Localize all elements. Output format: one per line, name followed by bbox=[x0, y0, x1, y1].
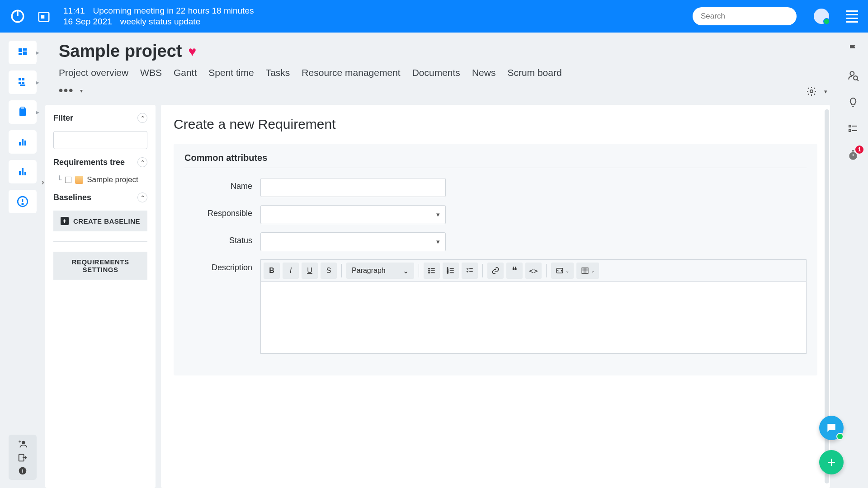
name-input[interactable] bbox=[260, 178, 446, 197]
svg-point-34 bbox=[429, 272, 429, 273]
filter-input[interactable] bbox=[53, 131, 147, 149]
avatar[interactable] bbox=[814, 9, 829, 24]
project-icon bbox=[75, 176, 83, 184]
editor-toolbar: B I U S Paragraph ⌄ bbox=[260, 259, 807, 282]
underline-button[interactable]: U bbox=[302, 263, 318, 279]
expand-rail-icon[interactable]: › bbox=[41, 177, 44, 187]
requirements-settings-button[interactable]: REQUIREMENTS SETTINGS bbox=[53, 252, 147, 280]
plus-icon: + bbox=[61, 217, 69, 225]
info-icon[interactable]: i bbox=[18, 466, 27, 475]
tree-root-item[interactable]: └ Sample project bbox=[53, 175, 147, 184]
bold-button[interactable]: B bbox=[264, 263, 280, 279]
bullet-list-button[interactable] bbox=[424, 263, 440, 279]
menu-icon[interactable] bbox=[846, 10, 858, 23]
find-user-icon[interactable] bbox=[847, 70, 859, 81]
svg-rect-10 bbox=[19, 82, 21, 84]
power-icon[interactable] bbox=[10, 9, 25, 24]
baselines-heading: Baselines bbox=[53, 193, 91, 202]
tab-resource[interactable]: Resource management bbox=[302, 67, 400, 78]
logout-icon[interactable] bbox=[18, 453, 28, 463]
topbar: 11:41 Upcoming meeting in 22 hours 18 mi… bbox=[0, 0, 868, 33]
rail-alert[interactable] bbox=[9, 190, 37, 213]
number-list-button[interactable]: 123 bbox=[443, 263, 459, 279]
chat-fab[interactable] bbox=[819, 416, 844, 440]
quote-button[interactable]: ❝ bbox=[506, 263, 523, 279]
tab-scrum[interactable]: Scrum board bbox=[507, 67, 561, 78]
paragraph-label: Paragraph bbox=[352, 267, 386, 275]
search-box[interactable] bbox=[693, 7, 797, 25]
favorite-icon[interactable]: ♥ bbox=[188, 44, 196, 59]
left-rail: ▸ ▸ ▸ › + i bbox=[0, 33, 45, 488]
svg-rect-57 bbox=[852, 150, 854, 151]
svg-point-49 bbox=[850, 71, 854, 75]
gear-icon[interactable] bbox=[806, 86, 817, 97]
svg-point-32 bbox=[429, 270, 429, 271]
tab-documents[interactable]: Documents bbox=[412, 67, 460, 78]
collapse-baselines-icon[interactable]: ⌃ bbox=[137, 192, 147, 202]
svg-rect-5 bbox=[23, 48, 27, 51]
tab-news[interactable]: News bbox=[472, 67, 496, 78]
current-date: 16 Sep 2021 bbox=[63, 16, 112, 27]
code-button[interactable]: <> bbox=[525, 263, 542, 279]
svg-point-29 bbox=[810, 90, 813, 93]
svg-rect-17 bbox=[24, 141, 26, 145]
svg-text:3: 3 bbox=[447, 271, 448, 274]
tab-tasks[interactable]: Tasks bbox=[266, 67, 290, 78]
link-button[interactable] bbox=[487, 263, 504, 279]
svg-point-23 bbox=[22, 203, 24, 205]
search-input[interactable] bbox=[701, 12, 788, 21]
svg-rect-14 bbox=[21, 107, 24, 109]
tab-overview[interactable]: Project overview bbox=[59, 67, 128, 78]
svg-rect-12 bbox=[20, 84, 25, 86]
status-select[interactable]: ▾ bbox=[260, 232, 446, 251]
add-user-icon[interactable]: + bbox=[18, 439, 28, 449]
calendar-icon[interactable] bbox=[37, 9, 51, 23]
more-menu[interactable]: ••• bbox=[59, 84, 74, 98]
add-fab[interactable]: + bbox=[819, 450, 844, 474]
tasks-icon[interactable] bbox=[848, 123, 859, 134]
paragraph-select[interactable]: Paragraph ⌄ bbox=[346, 263, 414, 279]
content-card: Create a new Requirement Common attribut… bbox=[161, 105, 830, 488]
italic-button[interactable]: I bbox=[283, 263, 299, 279]
rail-bar-chart-2[interactable] bbox=[9, 160, 37, 183]
flag-icon[interactable] bbox=[848, 43, 859, 54]
svg-rect-54 bbox=[849, 130, 851, 131]
svg-rect-4 bbox=[19, 48, 22, 52]
svg-point-24 bbox=[22, 441, 25, 444]
create-baseline-button[interactable]: + CREATE BASELINE bbox=[53, 211, 147, 231]
rail-bar-chart[interactable] bbox=[9, 130, 37, 154]
embed-button[interactable]: ⌄ bbox=[551, 263, 574, 279]
rail-dashboard[interactable]: ▸ bbox=[9, 41, 37, 64]
svg-point-30 bbox=[429, 268, 429, 269]
bulb-icon[interactable] bbox=[848, 97, 859, 108]
tab-spent-time[interactable]: Spent time bbox=[208, 67, 254, 78]
strike-button[interactable]: S bbox=[321, 263, 337, 279]
chevron-down-icon[interactable]: ▾ bbox=[824, 86, 827, 97]
svg-line-51 bbox=[857, 80, 859, 81]
svg-rect-9 bbox=[22, 78, 24, 80]
responsible-label: Responsible bbox=[184, 205, 252, 218]
page-header: Sample project ♥ Project overview WBS Ga… bbox=[45, 33, 838, 105]
svg-point-50 bbox=[854, 76, 858, 80]
responsible-select[interactable]: ▾ bbox=[260, 205, 446, 224]
checklist-button[interactable] bbox=[462, 263, 478, 279]
svg-rect-8 bbox=[19, 78, 21, 80]
timer-badge: 1 bbox=[855, 145, 863, 154]
tab-wbs[interactable]: WBS bbox=[140, 67, 162, 78]
rail-clipboard[interactable]: ▸ bbox=[9, 100, 37, 124]
description-editor[interactable] bbox=[260, 282, 807, 354]
svg-text:+: + bbox=[19, 439, 21, 444]
timer-icon[interactable]: 1 bbox=[847, 149, 859, 161]
meeting-notice: Upcoming meeting in 22 hours 18 minutes bbox=[93, 5, 254, 16]
tab-gantt[interactable]: Gantt bbox=[174, 67, 197, 78]
requirements-sidebar: Filter ⌃ Requirements tree ⌃ └ Sample pr… bbox=[45, 105, 156, 488]
chevron-down-icon[interactable]: ▾ bbox=[80, 88, 83, 94]
table-button[interactable]: ⌄ bbox=[576, 263, 599, 279]
description-label: Description bbox=[184, 259, 252, 272]
checkbox-icon[interactable] bbox=[65, 177, 71, 183]
chevron-right-icon: ▸ bbox=[36, 108, 39, 116]
collapse-filter-icon[interactable]: ⌃ bbox=[137, 113, 147, 123]
collapse-tree-icon[interactable]: ⌃ bbox=[137, 157, 147, 167]
rail-tree[interactable]: ▸ bbox=[9, 70, 37, 94]
meeting-title: weekly status update bbox=[120, 16, 200, 27]
